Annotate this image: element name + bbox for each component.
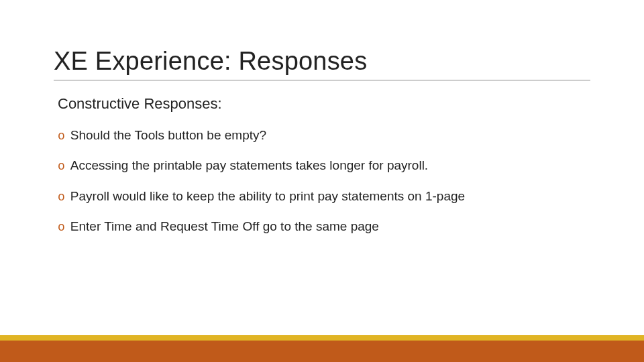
list-item-text: Payroll would like to keep the ability t… — [70, 188, 465, 205]
slide-subheading: Constructive Responses: — [58, 95, 590, 113]
list-item-text: Should the Tools button be empty? — [70, 127, 266, 144]
slide-container: XE Experience: Responses Constructive Re… — [0, 0, 644, 362]
footer-orange-stripe — [0, 341, 644, 362]
bullet-marker-icon: o — [58, 220, 65, 235]
list-item: o Payroll would like to keep the ability… — [58, 188, 590, 205]
footer-accent-bar — [0, 335, 644, 362]
bullet-list: o Should the Tools button be empty? o Ac… — [58, 127, 590, 236]
footer-gold-stripe — [0, 335, 644, 341]
list-item-text: Enter Time and Request Time Off go to th… — [70, 219, 379, 235]
list-item: o Accessing the printable pay statements… — [58, 158, 590, 174]
bullet-marker-icon: o — [58, 159, 65, 174]
slide-title: XE Experience: Responses — [54, 47, 590, 80]
list-item-text: Accessing the printable pay statements t… — [70, 158, 428, 174]
bullet-marker-icon: o — [58, 129, 65, 144]
bullet-marker-icon: o — [58, 190, 65, 205]
list-item: o Enter Time and Request Time Off go to … — [58, 219, 590, 235]
list-item: o Should the Tools button be empty? — [58, 127, 590, 144]
